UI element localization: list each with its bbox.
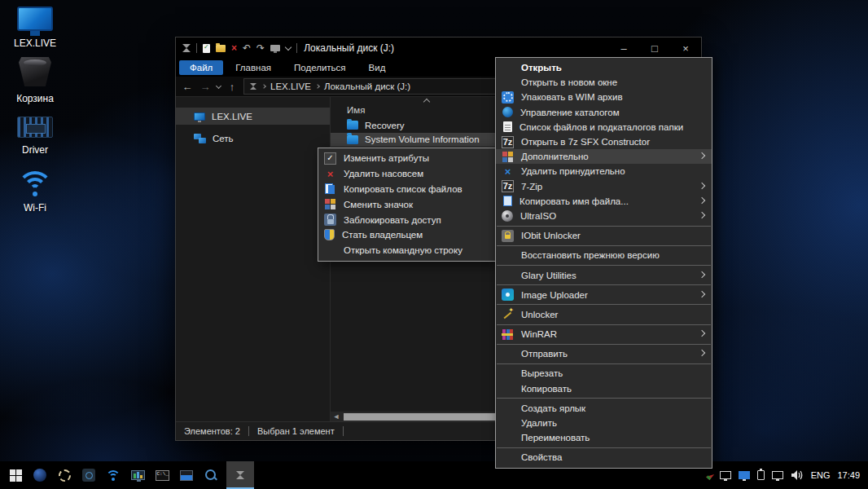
tab-share[interactable]: Поделиться xyxy=(283,60,357,75)
chevron-right-icon xyxy=(699,330,705,337)
usb-icon[interactable] xyxy=(757,470,765,480)
submenu-item-copy-file-list[interactable]: Копировать список файлов xyxy=(318,182,496,197)
file-list-icon xyxy=(503,121,512,132)
tab-view[interactable]: Вид xyxy=(358,60,397,75)
clock[interactable]: 17:49 xyxy=(837,470,860,480)
taskbar-app-display[interactable] xyxy=(174,461,199,489)
nav-item-lexlive[interactable]: LEX.LIVE xyxy=(176,108,330,125)
circuit-board-icon xyxy=(17,117,53,138)
menu-item-manage-catalog[interactable]: Управление каталогом xyxy=(496,105,712,120)
nav-item-network[interactable]: Сеть xyxy=(176,130,330,147)
taskbar-app-file-manager-active[interactable] xyxy=(226,461,254,489)
properties-icon[interactable] xyxy=(203,44,210,53)
tab-home[interactable]: Главная xyxy=(225,60,282,75)
desktop-icon-wifi[interactable]: Wi-Fi xyxy=(0,171,70,214)
menu-item-properties[interactable]: Свойства xyxy=(496,450,712,465)
menu-item-iobit-unlocker[interactable]: IObit Unlocker xyxy=(496,228,712,243)
menu-separator xyxy=(497,226,711,227)
back-button[interactable]: ← xyxy=(181,81,194,93)
menu-item-open-new-window[interactable]: Открыть в новом окне xyxy=(496,75,712,90)
menu-item-force-delete[interactable]: × Удалить принудительно xyxy=(496,164,712,178)
menu-separator xyxy=(497,265,711,266)
desktop-icon-recycle-bin[interactable]: Корзина xyxy=(0,57,70,104)
submenu-item-change-icon[interactable]: Сменить значок xyxy=(318,196,496,212)
cmd-icon: C:\_ xyxy=(156,470,169,481)
history-dropdown-icon[interactable] xyxy=(216,82,221,88)
new-folder-icon[interactable] xyxy=(216,45,226,52)
start-icon xyxy=(10,469,22,482)
language-indicator[interactable]: ENG xyxy=(811,470,831,480)
submenu-item-delete-permanently[interactable]: × Удалить насовсем xyxy=(318,166,496,182)
scroll-left-icon[interactable]: ◄ xyxy=(331,412,342,421)
close-button[interactable]: × xyxy=(670,37,701,59)
sphere-app-icon xyxy=(33,469,46,482)
submenu-item-open-command-prompt[interactable]: Открыть командную строку xyxy=(318,243,496,258)
taskbar: C:\_ ENG 17:49 xyxy=(0,461,868,489)
menu-item-file-and-subfolder-list[interactable]: Список файлов и подкаталогов папки xyxy=(496,120,712,134)
qat-dropdown-icon[interactable] xyxy=(285,43,292,50)
menu-item-open-7z-sfx-constructor[interactable]: 7z Открыть в 7z SFX Constructor xyxy=(496,134,712,149)
undo-icon[interactable]: ↶ xyxy=(243,43,251,53)
taskbar-app-wifi[interactable] xyxy=(101,461,125,489)
clock-app-icon xyxy=(82,469,95,482)
menu-separator xyxy=(497,344,711,345)
menu-item-winrar[interactable]: WinRAR xyxy=(496,327,712,341)
tab-file[interactable]: Файл xyxy=(179,60,223,75)
network-monitor-icon[interactable] xyxy=(720,471,731,479)
redo-icon[interactable]: ↷ xyxy=(256,43,265,53)
taskbar-app-ring[interactable] xyxy=(52,461,77,489)
window-title: Локальный диск (J:) xyxy=(304,42,394,54)
desktop-icon-label: Driver xyxy=(0,144,70,156)
breadcrumb-segment[interactable]: LEX.LIVE xyxy=(270,82,311,91)
taskbar-app-clock[interactable] xyxy=(77,461,101,489)
window-controls: – □ × xyxy=(608,37,701,59)
tray-app-arrow-icon[interactable] xyxy=(705,471,713,480)
winrar-books-icon xyxy=(502,328,514,341)
ethernet-monitor-icon[interactable] xyxy=(772,471,783,479)
blue-x-icon: × xyxy=(502,165,514,178)
taskbar-app-sphere[interactable] xyxy=(28,461,52,489)
up-button[interactable]: ↑ xyxy=(226,81,239,93)
desktop-icon-label: Корзина xyxy=(0,93,70,104)
menu-item-7zip[interactable]: 7z 7-Zip xyxy=(496,179,712,194)
menu-item-pack-wim-archive[interactable]: Упаковать в WIM архив xyxy=(496,90,712,104)
taskbar-app-magnifier[interactable] xyxy=(199,461,223,489)
menu-item-send-to[interactable]: Отправить xyxy=(496,346,712,361)
menu-item-restore-previous-version[interactable]: Восстановить прежнюю версию xyxy=(496,248,712,262)
menu-item-create-shortcut[interactable]: Создать ярлык xyxy=(496,401,712,416)
menu-item-ultraiso[interactable]: UltraISO xyxy=(496,209,712,223)
menu-item-advanced[interactable]: Дополнительно xyxy=(496,149,712,164)
desktop-icon-lexlive[interactable]: LEX.LIVE xyxy=(0,7,70,49)
menu-item-image-uploader[interactable]: Image Uploader xyxy=(496,288,712,302)
menu-item-open[interactable]: Открыть xyxy=(496,60,712,75)
submenu-item-lock-access[interactable]: Заблокировать доступ xyxy=(318,212,496,227)
menu-item-copy-filename[interactable]: Копировать имя файла... xyxy=(496,194,712,209)
menu-item-delete[interactable]: Удалить xyxy=(496,416,712,430)
system-tray: ENG 17:49 xyxy=(708,469,868,481)
menu-item-copy[interactable]: Копировать xyxy=(496,381,712,396)
desktop-icon-driver[interactable]: Driver xyxy=(0,117,70,156)
items-count: Элементов: 2 xyxy=(184,426,240,436)
taskbar-app-cmd[interactable]: C:\_ xyxy=(150,461,174,489)
start-button[interactable] xyxy=(3,461,28,489)
maximize-button[interactable]: □ xyxy=(639,37,670,59)
minimize-button[interactable]: – xyxy=(608,37,639,59)
7z-icon: 7z xyxy=(502,180,514,192)
taskbar-app-system-monitor[interactable] xyxy=(125,461,150,489)
menu-item-rename[interactable]: Переименовать xyxy=(496,430,712,445)
submenu-item-take-ownership[interactable]: Стать владельцем xyxy=(318,227,496,243)
submenu-item-change-attributes[interactable]: ✓ Изменить атрибуты xyxy=(318,151,496,166)
rename-icon[interactable] xyxy=(270,45,280,51)
chevron-right-icon xyxy=(699,182,705,188)
menu-item-cut[interactable]: Вырезать xyxy=(496,366,712,381)
forward-button[interactable]: → xyxy=(199,81,212,93)
menu-item-unlocker[interactable]: Unlocker xyxy=(496,307,712,322)
speaker-icon[interactable] xyxy=(791,469,804,481)
menu-item-glary-utilities[interactable]: Glary Utilities xyxy=(496,267,712,282)
display-tray-icon[interactable] xyxy=(739,471,750,479)
network-icon xyxy=(194,134,206,143)
delete-icon[interactable]: × xyxy=(231,43,237,53)
breadcrumb-segment[interactable]: Локальный диск (J:) xyxy=(324,82,410,91)
desktop: LEX.LIVE Корзина Driver Wi-Fi × ↶ ↷ xyxy=(0,0,868,489)
nav-item-label: Сеть xyxy=(213,134,234,143)
